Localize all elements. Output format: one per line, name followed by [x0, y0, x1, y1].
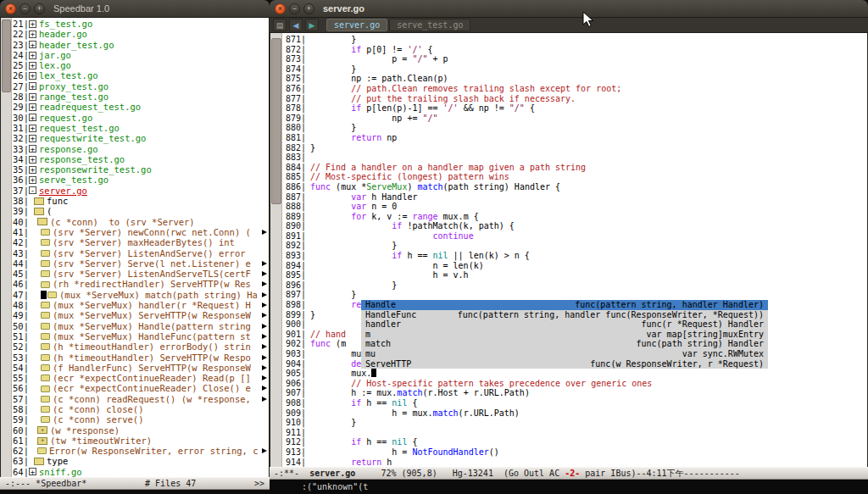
completion-item[interactable]: muvar sync.RWMutex: [361, 349, 768, 359]
completion-item[interactable]: handlerfunc(r *Request) Handler: [361, 319, 768, 330]
collapse-icon[interactable]: -: [29, 186, 36, 194]
folder-icon[interactable]: [37, 218, 47, 225]
speedbar-item[interactable]: 64|+sniff.go: [13, 467, 269, 477]
tag-icon[interactable]: [41, 239, 50, 246]
speedbar-item[interactable]: 40|(c *conn) to (srv *Server): [13, 217, 269, 227]
tag-icon[interactable]: [47, 291, 57, 298]
expand-icon[interactable]: +: [29, 52, 36, 59]
speedbar-item[interactable]: 55|(ecr *expectContinueReader) Read(p []: [13, 373, 269, 383]
code-line[interactable]: 896| }: [284, 280, 867, 291]
speedbar-item[interactable]: 43|(srv *Server) ListenAndServe() error: [13, 248, 269, 258]
code-line[interactable]: 910| }: [284, 418, 867, 428]
speedbar-item[interactable]: 25|+lex.go: [13, 60, 269, 70]
tag-icon[interactable]: [41, 416, 50, 423]
editor-modeline[interactable]: -:**- server.go 72% (905,8) Hg-13241 (Go…: [270, 467, 868, 480]
expand-icon[interactable]: +: [29, 166, 36, 174]
speedbar-item[interactable]: 29|+readrequest_test.go: [13, 102, 269, 112]
folder-plus-icon[interactable]: +: [37, 437, 47, 445]
code-line[interactable]: 874| }: [284, 64, 867, 75]
code-line[interactable]: 873| p = "/" + p: [284, 54, 867, 64]
minimize-button[interactable]: −: [19, 3, 31, 14]
speedbar-item[interactable]: 37|-server.go: [13, 186, 269, 196]
completion-item[interactable]: mvar map[string]muxEntry: [361, 330, 768, 340]
tag-icon[interactable]: [41, 386, 50, 392]
speedbar-item[interactable]: 26|+lex_test.go: [13, 70, 269, 80]
code-line[interactable]: 911|: [284, 428, 867, 438]
expand-icon[interactable]: +: [29, 62, 36, 69]
code-line[interactable]: 886|func (mux *ServeMux) match(path stri…: [284, 182, 867, 192]
tag-icon[interactable]: [41, 343, 50, 350]
tag-icon[interactable]: [41, 302, 50, 308]
speedbar-item[interactable]: 23|+header_test.go: [13, 40, 269, 50]
tag-icon[interactable]: [41, 406, 50, 413]
speedbar-item[interactable]: 31|+request_test.go: [13, 123, 269, 133]
completion-item[interactable]: matchfunc(path string) Handler: [361, 339, 768, 349]
tag-icon[interactable]: [41, 312, 50, 319]
editor-scrollbar[interactable]: [270, 33, 282, 467]
code-line[interactable]: 880| }: [284, 123, 867, 133]
code-line[interactable]: 892| }: [284, 241, 867, 251]
speedbar-item[interactable]: 62|Error(w ResponseWriter, error string,…: [13, 446, 269, 456]
tag-icon[interactable]: [41, 260, 50, 267]
expand-icon[interactable]: +: [29, 72, 36, 80]
speedbar-item[interactable]: 33|+response.go: [13, 144, 269, 154]
speedbar-scrollbar[interactable]: [1, 18, 12, 477]
editor-buffer-area[interactable]: 871| }872| if p[0] != '/' {873| p = "/" …: [270, 33, 868, 467]
tag-icon[interactable]: [41, 250, 50, 257]
speedbar-item[interactable]: 63|type: [13, 456, 269, 466]
code-line[interactable]: 912| if h == nil {: [284, 437, 867, 447]
code-line[interactable]: 894| n = len(k): [284, 261, 867, 271]
speedbar-item[interactable]: 60|+(w *response): [13, 425, 269, 436]
speedbar-item[interactable]: 54|(f HandlerFunc) ServeHTTP(w ResponseW: [13, 363, 269, 373]
expand-icon[interactable]: +: [29, 114, 36, 121]
tab-serve_test-go[interactable]: serve_test.go: [389, 19, 470, 31]
speedbar-item[interactable]: 48|(mux *ServeMux) handler(r *Request) H: [13, 300, 269, 310]
code-line[interactable]: 883|: [284, 153, 867, 163]
tag-icon[interactable]: [41, 333, 50, 340]
speedbar-item[interactable]: 24|+jar.go: [13, 50, 269, 60]
expand-icon[interactable]: +: [29, 468, 36, 475]
code-line[interactable]: 878| if p[len(p)-1] == '/' && np != "/" …: [284, 103, 867, 114]
code-line[interactable]: 891| continue: [284, 231, 867, 241]
code-line[interactable]: 877| // put the trailing slash back if n…: [284, 94, 867, 104]
editor-titlebar[interactable]: ×−+ server.go: [270, 0, 868, 18]
speedbar-item[interactable]: 27|+proxy_test.go: [13, 81, 269, 92]
code-line[interactable]: 895| h = v.h: [284, 270, 867, 280]
code-line[interactable]: 897| }: [284, 290, 867, 300]
code-line[interactable]: 876| // path.Clean removes trailing slas…: [284, 84, 867, 94]
expand-icon[interactable]: +: [29, 31, 36, 38]
speedbar-item[interactable]: 45|(srv *Server) ListenAndServeTLS(certF: [13, 269, 269, 279]
folder-plus-icon[interactable]: +: [37, 426, 47, 434]
expand-icon[interactable]: +: [29, 82, 36, 90]
editor-scrollbar-thumb[interactable]: [271, 38, 281, 204]
tag-icon[interactable]: [41, 396, 50, 402]
code-line[interactable]: 914| return h: [284, 458, 867, 467]
completion-item[interactable]: HandleFuncfunc(pattern string, handler f…: [361, 310, 768, 320]
run-icon[interactable]: ▶: [305, 19, 319, 31]
completion-item[interactable]: Handlefunc(pattern string, handler Handl…: [361, 300, 768, 310]
speedbar-item[interactable]: 35|+responsewrite_test.go: [13, 164, 269, 175]
code-line[interactable]: 884|// Find a handler on a handler map g…: [284, 163, 867, 173]
expand-icon[interactable]: +: [29, 103, 36, 111]
speedbar-item[interactable]: 58|(c *conn) close(): [13, 404, 269, 414]
speedbar-modeline[interactable]: -:--- *Speedbar* # Files 47 >>: [0, 477, 270, 490]
tag-icon[interactable]: [41, 229, 50, 236]
code-line[interactable]: 906| // Host-specific pattern takes prec…: [284, 379, 867, 389]
speedbar-scrollbar-thumb[interactable]: [2, 19, 11, 92]
expand-icon[interactable]: +: [29, 176, 36, 184]
maximize-button[interactable]: +: [303, 3, 314, 14]
tag-icon[interactable]: [41, 270, 50, 277]
speedbar-item[interactable]: 34|+response_test.go: [13, 154, 269, 164]
speedbar-item[interactable]: 28|+range_test.go: [13, 92, 269, 102]
code-line[interactable]: 907| h := mux.match(r.Host + r.URL.Path): [284, 388, 867, 398]
speedbar-titlebar[interactable]: ×−+ Speedbar 1.0: [0, 0, 270, 18]
speedbar-item[interactable]: 36|+serve_test.go: [13, 175, 269, 185]
minimize-button[interactable]: −: [289, 3, 300, 14]
expand-icon[interactable]: +: [29, 20, 36, 28]
speedbar-item[interactable]: 22|+header.go: [13, 29, 269, 39]
completion-item[interactable]: ServeHTTPfunc(w ResponseWriter, r *Reque…: [361, 359, 768, 369]
speedbar-item[interactable]: 38|func: [13, 196, 269, 206]
code-line[interactable]: 871| }: [284, 35, 867, 45]
speedbar-item[interactable]: 51|(mux *ServeMux) HandleFunc(pattern st: [13, 331, 269, 341]
speedbar-item[interactable]: 41|(srv *Server) newConn(rwc net.Conn) (: [13, 227, 269, 237]
